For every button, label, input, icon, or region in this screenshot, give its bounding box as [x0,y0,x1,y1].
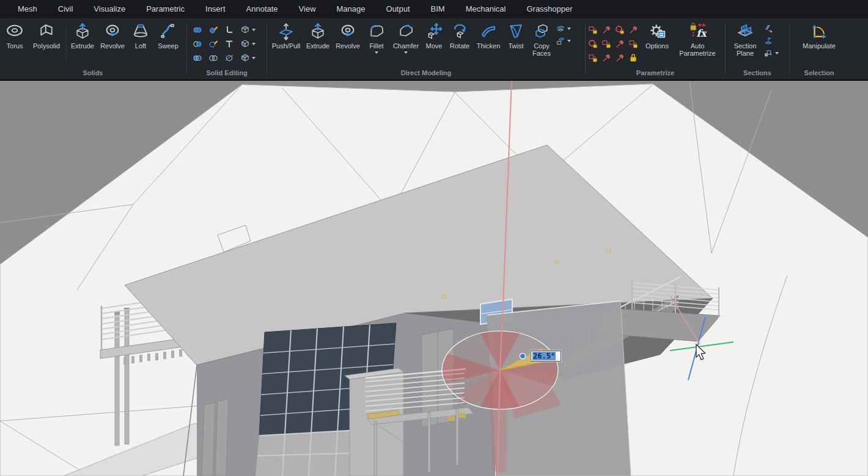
solid-menu-top-icon [240,24,251,35]
ribbon-tool-constraint-solid[interactable] [587,51,601,65]
ribbon-tool-slice[interactable] [224,51,240,65]
ribbon-tool-offset-faces[interactable] [555,35,571,46]
ribbon-button-revolve[interactable]: Revolve [97,21,128,50]
move-icon [425,22,443,40]
ribbon-button-manipulate[interactable]: Manipulate [796,21,842,50]
ribbon-tool-union[interactable] [192,23,208,37]
ribbon-tool-edit-solid-outline[interactable] [208,37,224,51]
ribbon-tool-section-settings[interactable] [763,48,779,59]
ribbon-tool-constraint-drop[interactable] [601,51,614,65]
ribbon-tool-union-alt[interactable] [192,51,208,65]
ribbon-tool-constraint-plane[interactable] [628,37,641,51]
ribbon-button-rotate[interactable]: Rotate [446,21,473,50]
ribbon-button-thicken[interactable]: Thicken [473,21,504,50]
divider [585,23,586,75]
ribbon-tool-intersect[interactable] [208,51,224,65]
chevron-down-icon [567,28,571,30]
ribbon-tool-constraint-cylinder[interactable] [587,37,601,51]
divider [789,23,790,75]
lock-icon [628,53,639,64]
chevron-down-icon [404,51,408,54]
viewport-3d[interactable]: 26.5° [0,81,868,476]
chevron-down-icon [252,57,256,59]
ribbon-tool-constraint-box[interactable] [587,23,601,37]
extrude-icon [309,22,327,40]
ribbon: Torus Polysolid Extrude Revolve Lof [0,18,868,81]
ribbon-tool-solid-menu-both[interactable] [240,51,262,65]
menu-tab-visualize[interactable]: Visualize [83,0,136,18]
ribbon-group-label-selection: Selection [792,69,847,80]
edit-solid-icon [208,24,219,35]
ribbon-tool-extract-faces[interactable] [555,23,571,34]
ribbon-tool-solid-menu-front[interactable] [240,37,262,51]
torus-icon [6,22,24,40]
rotation-grip-point[interactable] [520,354,526,359]
section-settings-icon [763,48,774,59]
extract-faces-icon [555,23,566,34]
fillet-icon [367,22,386,40]
t-profile-icon [224,39,235,50]
ribbon-button-section-plane[interactable]: Section Plane [727,21,763,58]
ribbon-group-solids: Torus Polysolid Extrude Revolve Lof [1,18,185,80]
ribbon-tool-section-detail[interactable] [763,23,779,34]
constraint-drop-icon [601,53,612,64]
ribbon-tool-section-flag[interactable] [763,35,779,46]
ribbon-tool-constraint-clamp[interactable] [628,23,641,37]
ribbon-button-twist[interactable]: Twist [504,21,528,50]
menu-tab-civil[interactable]: Civil [48,0,84,18]
revolve-icon [339,22,357,40]
menu-tab-grasshopper[interactable]: Grasshopper [516,0,583,18]
ribbon-button-fillet[interactable]: Fillet [363,21,390,54]
ribbon-tool-t-profile[interactable] [224,37,240,51]
divider [186,23,187,75]
ribbon-tool-edit-solid[interactable] [208,23,224,37]
divider [267,23,267,75]
ribbon-tool-solid-menu-top[interactable] [240,23,262,37]
ribbon-button-sweep[interactable]: Sweep [153,21,183,50]
chevron-down-icon [567,40,571,42]
push-pull-icon [277,22,295,40]
menu-tab-mesh[interactable]: Mesh [7,0,48,18]
ribbon-button-dm-revolve[interactable]: Revolve [333,21,363,50]
chamfer-icon [397,22,415,40]
section-detail-icon [763,23,774,34]
ribbon-button-copy-faces[interactable]: Copy Faces [528,21,555,58]
menu-tab-view[interactable]: View [289,0,326,18]
ribbon-tool-constraint-wedge[interactable] [614,51,628,65]
ribbon-tool-constraint-ring[interactable] [614,23,628,37]
ribbon-group-solid-editing: Solid Editing [189,18,265,80]
rotation-angle-input[interactable]: 26.5° [531,351,561,362]
ribbon-button-chamfer[interactable]: Chamfer [390,21,422,54]
ribbon-button-auto-parametrize[interactable]: Auto Parametrize [673,21,722,58]
ribbon-tool-l-profile[interactable] [224,23,240,37]
ribbon-group-label-parametrize: Parametrize [587,69,723,80]
thicken-icon [479,22,498,40]
ribbon-button-loft[interactable]: Loft [128,21,153,50]
menu-tab-insert[interactable]: Insert [195,0,236,18]
ribbon-button-polysolid[interactable]: Polysolid [28,21,65,50]
ribbon-tool-lock[interactable] [628,51,641,65]
ribbon-tool-constraint-tool[interactable] [601,23,614,37]
ribbon-button-torus[interactable]: Torus [1,21,28,50]
menu-tab-bim[interactable]: BIM [421,0,455,18]
menu-tab-mechanical[interactable]: Mechanical [455,0,517,18]
ribbon-button-move[interactable]: Move [422,21,446,50]
ribbon-button-dm-extrude[interactable]: Extrude [303,21,333,50]
ribbon-tool-constraint-prism[interactable] [614,37,628,51]
menu-tab-output[interactable]: Output [376,0,421,18]
ribbon-group-label-direct-modeling: Direct Modeling [269,69,583,80]
ribbon-tool-constraint-arc[interactable] [601,37,614,51]
ribbon-group-label-solid-editing: Solid Editing [189,69,265,80]
constraint-cylinder-icon [587,39,598,50]
constraint-plane-icon [628,39,639,50]
ribbon-tool-subtract[interactable] [192,37,208,51]
manipulate-icon [810,22,828,40]
ribbon-button-push-pull[interactable]: Push/Pull [269,21,303,50]
ribbon-button-options[interactable]: Options [641,21,673,50]
menu-tab-parametric[interactable]: Parametric [136,0,195,18]
menu-bar: Mesh Civil Visualize Parametric Insert A… [0,0,868,18]
menu-tab-manage[interactable]: Manage [326,0,376,18]
menu-tab-annotate[interactable]: Annotate [236,0,289,18]
ribbon-button-extrude[interactable]: Extrude [68,21,97,50]
divider [66,27,67,62]
